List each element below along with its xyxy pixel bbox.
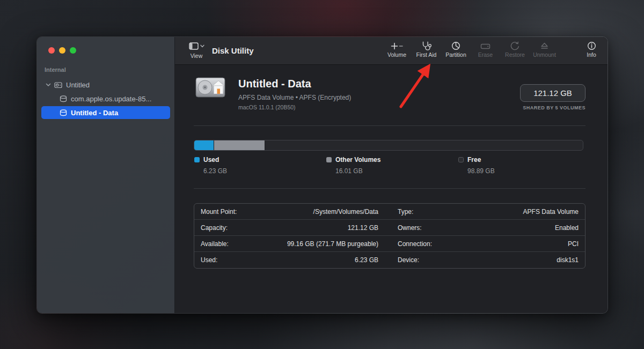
minimize-button[interactable] (59, 47, 65, 54)
desktop-wallpaper: Internal Untitled (0, 0, 644, 349)
sidebar-item-untitled-data[interactable]: Untitled - Data (41, 106, 170, 119)
chevron-down-icon (200, 44, 204, 48)
volume-header: Untitled - Data APFS Data Volume • APFS … (238, 78, 351, 110)
sidebar-view-icon (189, 42, 199, 50)
toolbar-first-aid-button[interactable]: First Aid (412, 40, 441, 63)
legend-other-volumes: Other Volumes 16.01 GB (326, 156, 458, 175)
table-row: Capacity: 121.12 GB Owners: Enabled (194, 220, 585, 236)
toolbar-erase-button[interactable]: Erase (471, 40, 500, 63)
free-swatch (458, 157, 464, 162)
internal-disk-icon (54, 81, 62, 88)
window-controls (37, 37, 174, 54)
legend-free: Free 98.89 GB (458, 156, 590, 175)
toolbar-info-button[interactable]: Info (581, 40, 602, 63)
view-label: View (185, 53, 208, 59)
usage-bar-free-segment (265, 140, 583, 150)
toolbar-partition-button[interactable]: Partition (441, 40, 471, 63)
zoom-button[interactable] (70, 47, 76, 54)
usage-bar-other-segment (214, 140, 266, 150)
divider (194, 125, 586, 126)
table-row: Available: 99.16 GB (271.7 MB purgeable)… (194, 236, 585, 252)
toolbar: View Disk Utility Volume (175, 37, 608, 65)
volume-subtitle: APFS Data Volume • APFS (Encrypted) (238, 94, 351, 101)
sidebar: Internal Untitled (37, 37, 175, 313)
erase-drive-icon (480, 40, 491, 50)
window-title: Disk Utility (212, 46, 254, 55)
volume-drive-icon (194, 73, 226, 102)
volume-icon (60, 109, 67, 116)
view-button[interactable]: View (185, 41, 208, 59)
restore-circular-arrow-icon (510, 40, 519, 50)
toolbar-items: Volume First Aid (382, 40, 602, 63)
eject-icon (540, 40, 549, 50)
sidebar-item-label: Untitled - Data (71, 109, 118, 117)
legend-used: Used 6.23 GB (194, 156, 326, 175)
sidebar-list: Untitled com.apple.os.update-85... (37, 78, 174, 119)
other-volumes-swatch (326, 157, 332, 162)
main-pane: View Disk Utility Volume (175, 37, 608, 313)
volume-title: Untitled - Data (238, 78, 351, 90)
table-row: Mount Point: /System/Volumes/Data Type: … (194, 204, 585, 220)
usage-bar (194, 140, 583, 151)
sidebar-section-internal: Internal (45, 66, 174, 73)
disk-utility-window: Internal Untitled (36, 36, 608, 314)
sidebar-item-label: Untitled (66, 81, 90, 89)
usage-bar-used-segment (194, 140, 214, 150)
shared-volumes-note: SHARED BY 5 VOLUMES (523, 105, 586, 110)
sidebar-item-label: com.apple.os.update-85... (71, 95, 151, 103)
divider (194, 188, 586, 189)
sidebar-item-os-update-volume[interactable]: com.apple.os.update-85... (41, 92, 170, 105)
volume-icon (60, 95, 67, 102)
partition-pie-icon (451, 40, 460, 50)
used-swatch (194, 157, 200, 162)
toolbar-volume-button[interactable]: Volume (382, 40, 412, 63)
size-badge: 121.12 GB (520, 84, 586, 102)
table-row: Used: 6.23 GB Device: disk1s1 (194, 252, 585, 268)
toolbar-restore-button[interactable]: Restore (500, 40, 530, 63)
toolbar-unmount-button[interactable]: Unmount (530, 40, 559, 63)
sidebar-item-untitled-disk[interactable]: Untitled (41, 78, 170, 91)
chevron-down-icon[interactable] (46, 83, 54, 87)
usage-legend: Used 6.23 GB Other Volumes 16.01 GB Free (194, 156, 590, 175)
info-icon (587, 40, 596, 50)
details-table: Mount Point: /System/Volumes/Data Type: … (194, 203, 586, 269)
close-button[interactable] (48, 47, 55, 54)
add-volume-icon (391, 40, 404, 50)
first-aid-stethoscope-icon (421, 40, 432, 50)
volume-os-version: macOS 11.0.1 (20B50) (238, 104, 351, 110)
